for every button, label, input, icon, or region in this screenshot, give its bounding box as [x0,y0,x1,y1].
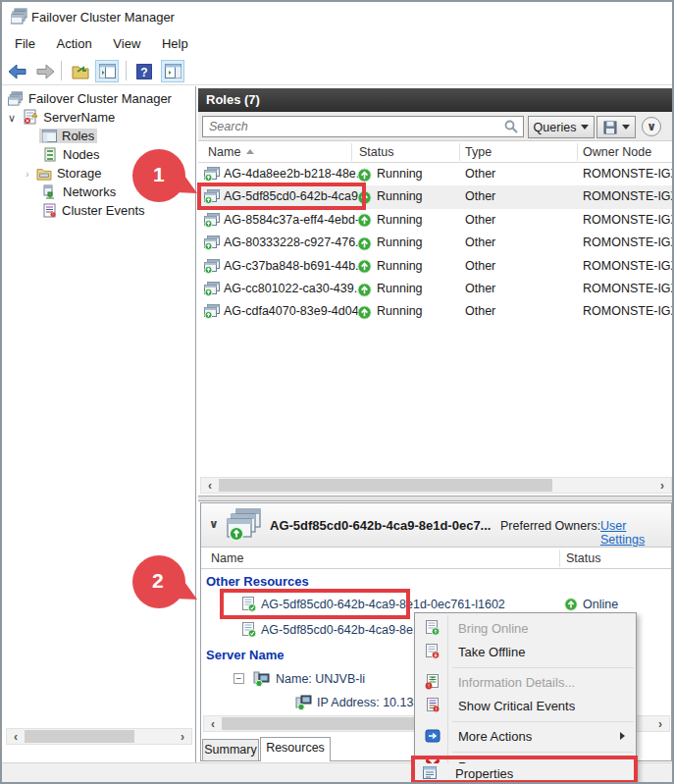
column-divider[interactable] [459,143,460,161]
role-name: AG-c37ba848-b691-44b... [224,255,366,278]
pane-splitter[interactable] [198,496,674,501]
menu-file[interactable]: File [6,31,44,56]
scrollbar-thumb[interactable] [25,730,134,743]
toolbar: ? [2,57,672,85]
table-row[interactable]: AG-8584c37a-eff4-4ebd-... Running Other … [198,209,674,232]
menu-item-label: Take Offline [458,641,525,663]
column-header-status[interactable]: Status [359,141,393,163]
user-settings-link[interactable]: User Settings [600,519,671,547]
running-status-icon [357,168,372,183]
tree-horizontal-scrollbar[interactable]: ‹ › [6,728,192,745]
column-header-owner-node[interactable]: Owner Node [583,141,651,163]
role-icon [204,304,220,319]
menu-item-show-critical-events[interactable]: ! Show Critical Events [417,695,635,717]
menu-item-information-details[interactable]: # ! Information Details... [417,671,635,694]
tree-item-roles[interactable]: Roles [39,127,97,145]
menu-item-bring-online[interactable]: Bring Online [417,617,635,640]
menu-action[interactable]: Action [48,31,101,56]
role-group-icon [227,508,262,542]
menu-item-label: Information Details... [458,671,575,694]
help-icon: ? [136,64,152,79]
tree-item-servername[interactable]: ∨ ServerName [8,108,115,127]
role-owner: ROMONSTE-IGX [583,278,674,300]
menu-view[interactable]: View [104,31,149,56]
table-row[interactable]: AG-cc801022-ca30-439... Running Other RO… [198,278,674,300]
more-actions-icon [425,728,441,744]
cluster-events-icon: ! [43,203,57,218]
forward-button[interactable] [33,60,57,82]
help-button[interactable]: ? [132,60,156,82]
detail-title: AG-5df85cd0-642b-4ca9-8e1d-0ec7... [270,518,491,533]
scroll-left-icon[interactable]: ‹ [203,480,217,492]
scrollbar-thumb[interactable] [219,479,552,492]
filter-row: Queries ∨ [198,112,674,141]
running-status-icon [357,305,372,320]
dropdown-arrow-icon [622,125,630,130]
role-name: AG-80333228-c927-476... [224,232,366,254]
table-row[interactable]: AG-cdfa4070-83e9-4d04... Running Other R… [198,300,674,323]
role-owner: ROMONSTE-IGX [583,185,674,208]
menu-item-take-offline[interactable]: Take Offline [417,641,635,663]
column-header-status[interactable]: Status [566,548,600,569]
role-type: Other [465,300,495,323]
scroll-right-icon[interactable]: › [655,480,669,492]
queries-button[interactable]: Queries [528,116,595,138]
scroll-left-icon[interactable]: ‹ [206,718,220,730]
server-name-text: Name: UNJVB-li [276,667,365,691]
column-divider[interactable] [559,549,560,567]
tree-item-networks[interactable]: Networks [43,183,116,201]
show-console-tree-button[interactable] [95,60,119,82]
column-header-type[interactable]: Type [465,141,492,163]
chevron-right-icon[interactable]: › [26,168,29,180]
chevron-down-icon[interactable]: ∨ [8,112,16,124]
toolbar-separator [126,61,127,80]
role-status: Running [377,255,423,278]
search-icon [504,120,518,133]
menu-item-more-actions[interactable]: More Actions [417,725,635,748]
show-critical-events-icon: ! [425,698,441,713]
scroll-right-icon[interactable]: › [653,718,667,730]
tree-item-nodes[interactable]: Nodes [43,145,100,164]
table-row[interactable]: AG-c37ba848-b691-44b... Running Other RO… [198,255,674,278]
roles-horizontal-scrollbar[interactable]: ‹ › [200,477,672,494]
menu-help[interactable]: Help [153,31,197,56]
queries-label: Queries [534,121,577,134]
table-row[interactable]: AG-80333228-c927-476... Running Other RO… [198,232,674,254]
role-type: Other [465,255,495,278]
back-button[interactable] [6,60,29,82]
role-status: Running [377,209,423,232]
role-icon [204,167,220,182]
save-query-button[interactable] [596,116,636,138]
window-title: Failover Cluster Manager [31,10,175,25]
export-list-button[interactable] [69,60,92,82]
role-owner: ROMONSTE-IGX [583,209,674,232]
column-divider[interactable] [351,143,352,161]
collapse-filter-button[interactable]: ∨ [642,117,661,136]
search-input[interactable] [202,116,524,137]
column-divider[interactable] [577,143,578,161]
scroll-left-icon[interactable]: ‹ [9,731,23,743]
collapse-box-icon[interactable]: − [233,673,244,684]
tab-resources[interactable]: Resources [260,737,331,761]
tree-item-root[interactable]: Failover Cluster Manager [8,89,172,108]
highlight-box-properties [411,756,638,784]
scroll-right-icon[interactable]: › [176,731,189,743]
show-action-pane-button[interactable] [161,60,184,82]
detail-column-headers: Name Status [201,548,671,569]
title-bar: Failover Cluster Manager [2,2,672,31]
role-status: Running [377,232,423,254]
tab-summary[interactable]: Summary [202,739,259,760]
show-action-pane-icon [165,64,181,78]
role-icon [204,235,220,250]
role-owner: ROMONSTE-IGX [583,255,674,278]
collapse-chevron-icon[interactable]: ∨ [209,517,219,531]
tree-item-storage[interactable]: › Storage [26,164,101,183]
other-resources-header: Other Resources [206,574,309,589]
running-status-icon [357,259,372,274]
menu-separator [452,721,634,722]
submenu-arrow-icon [620,732,625,740]
svg-text:?: ? [140,65,147,78]
column-header-name[interactable]: Name [208,141,254,163]
tree-item-label: Nodes [63,147,100,162]
column-header-name[interactable]: Name [211,548,243,569]
